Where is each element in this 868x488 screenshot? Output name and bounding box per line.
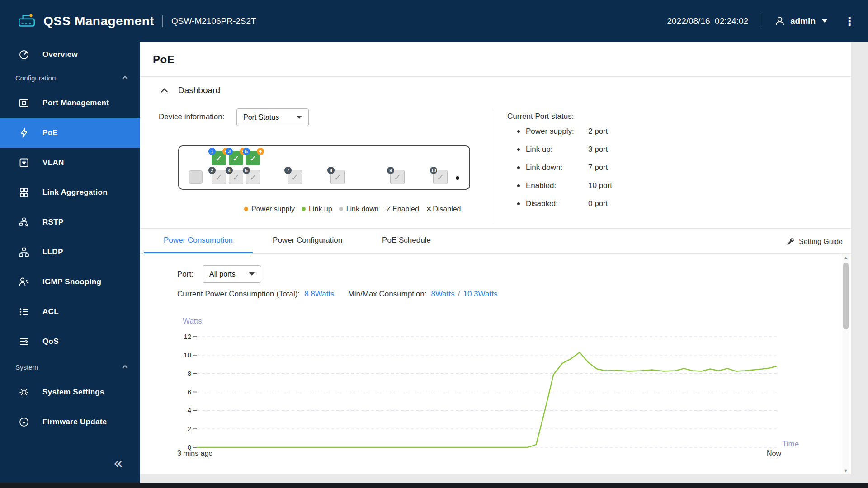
- sidebar-section-system[interactable]: System: [0, 357, 140, 377]
- legend-label: Link down: [346, 205, 379, 213]
- status-label: Enabled:: [526, 181, 588, 190]
- vertical-divider: [493, 110, 493, 222]
- chart-x-axis-label: Time: [782, 440, 799, 449]
- user-menu-button[interactable]: admin: [774, 15, 827, 27]
- port-select[interactable]: All ports: [203, 265, 261, 283]
- sidebar-item-acl[interactable]: ACL: [0, 297, 140, 327]
- sidebar-item-qos[interactable]: QoS: [0, 327, 140, 357]
- bullet-icon: [517, 130, 520, 133]
- tab-label: PoE Schedule: [382, 236, 431, 245]
- status-row: Link up: 3 port: [517, 141, 612, 159]
- green-dot-icon: [302, 207, 306, 211]
- sidebar-item-poe[interactable]: PoE: [0, 118, 140, 148]
- port-select-label: Port:: [177, 270, 193, 279]
- sidebar-item-port-management[interactable]: Port Management: [0, 88, 140, 118]
- sidebar-item-lldp[interactable]: LLDP: [0, 237, 140, 267]
- device-info-selected-value: Port Status: [243, 113, 292, 122]
- scroll-up-arrow[interactable]: ▲: [842, 254, 849, 261]
- sidebar-item-label: QoS: [42, 337, 59, 346]
- port-number-badge: 2: [208, 167, 216, 174]
- more-options-button[interactable]: ⋮: [844, 17, 855, 26]
- chevron-up-icon: [122, 74, 128, 82]
- enabled-check-icon: ✓: [291, 172, 298, 183]
- check-icon: ✓: [386, 205, 392, 213]
- topbar-divider: [762, 14, 762, 28]
- legend-label: Disabled: [433, 205, 461, 213]
- sidebar-item-firmware-update[interactable]: Firmware Update: [0, 407, 140, 437]
- port-number-badge: 1: [208, 148, 216, 155]
- min-consumption-value: 8Watts: [431, 290, 454, 299]
- sidebar-item-system-settings[interactable]: System Settings: [0, 377, 140, 407]
- sidebar-item-vlan[interactable]: VLAN: [0, 148, 140, 178]
- sidebar-item-label: PoE: [42, 128, 58, 137]
- enabled-check-icon: ✓: [215, 172, 222, 183]
- status-label: Power supply:: [526, 127, 588, 136]
- status-row: Power supply: 2 port: [517, 122, 612, 141]
- status-value: 10 port: [588, 181, 612, 190]
- sidebar-item-label: VLAN: [42, 158, 64, 167]
- sidebar-item-label: Firmware Update: [42, 418, 107, 427]
- sidebar-section-configuration[interactable]: Configuration: [0, 67, 140, 88]
- scrollbar-thumb[interactable]: [843, 263, 849, 329]
- total-consumption-value: 8.8Watts: [304, 290, 334, 299]
- poe-panel: PoE Dashboard Device information: Port S…: [140, 42, 851, 474]
- minmax-separator: /: [458, 290, 460, 299]
- chart-x-start-label: 3 mins ago: [177, 450, 212, 458]
- enabled-check-icon: ✓: [437, 172, 444, 183]
- dashboard-collapse-button[interactable]: [160, 87, 169, 95]
- gear-icon: [17, 386, 31, 398]
- status-label: Disabled:: [526, 199, 588, 208]
- sidebar-item-label: IGMP Snooping: [42, 277, 101, 286]
- port-number-badge: 8: [327, 167, 335, 174]
- sidebar-item-link-aggregation[interactable]: Link Aggregation: [0, 178, 140, 207]
- power-bolt-icon: [257, 148, 264, 155]
- link-aggregation-icon: [17, 187, 31, 198]
- legend-link-up: Link up: [302, 205, 332, 213]
- page-header: PoE: [140, 42, 851, 77]
- sidebar-item-rstp[interactable]: RSTP: [0, 207, 140, 237]
- collapse-sidebar-button[interactable]: «: [114, 455, 123, 469]
- port-2: 2 ✓: [212, 170, 226, 184]
- legend-link-down: Link down: [339, 205, 379, 213]
- svg-text:4: 4: [188, 406, 191, 414]
- vertical-scrollbar[interactable]: ▲ ▼: [842, 254, 849, 474]
- sidebar-item-igmp-snooping[interactable]: IGMP Snooping: [0, 267, 140, 297]
- sidebar-item-overview[interactable]: Overview: [0, 42, 140, 67]
- section-label: Configuration: [15, 74, 122, 82]
- system-datetime: 2022/08/16 02:24:02: [667, 16, 748, 26]
- status-row: Disabled: 0 port: [517, 195, 612, 213]
- app-title: QSS Management: [43, 14, 154, 28]
- port-number-badge: 9: [387, 167, 394, 174]
- port-status-list: Power supply: 2 port Link up: 3 port Lin…: [517, 122, 612, 213]
- legend-disabled: ✕ Disabled: [426, 205, 461, 213]
- gray-dot-icon: [339, 207, 343, 211]
- port-status-title: Current Port status:: [507, 112, 574, 121]
- status-value: 3 port: [588, 145, 608, 154]
- svg-text:10: 10: [184, 351, 191, 359]
- sidebar-item-label: ACL: [42, 307, 59, 316]
- device-info-label: Device information:: [159, 113, 225, 122]
- tab-poe-schedule[interactable]: PoE Schedule: [362, 229, 451, 253]
- device-model: QSW-M2106PR-2S2T: [171, 16, 256, 26]
- tab-power-consumption[interactable]: Power Consumption: [144, 229, 253, 253]
- port-7: 7 ✓: [288, 170, 302, 184]
- panel-dot: [456, 176, 459, 180]
- acl-icon: [17, 306, 31, 318]
- status-value: 0 port: [588, 199, 608, 208]
- bullet-icon: [517, 184, 520, 187]
- device-info-select[interactable]: Port Status: [236, 108, 309, 126]
- setting-guide-button[interactable]: Setting Guide: [786, 229, 843, 254]
- chevron-down-icon: [822, 19, 827, 23]
- port-blank: [189, 170, 203, 184]
- port-number-badge: 4: [226, 167, 233, 174]
- legend-label: Enabled: [392, 205, 419, 213]
- consumption-summary: Current Power Consumption (Total): 8.8Wa…: [177, 290, 497, 299]
- port-3: 3 ✓: [229, 151, 243, 165]
- vlan-icon: [17, 157, 31, 169]
- tab-power-configuration[interactable]: Power Configuration: [253, 229, 362, 253]
- bullet-icon: [517, 166, 520, 169]
- port-4: 4 ✓: [229, 170, 243, 184]
- scroll-down-arrow[interactable]: ▼: [842, 467, 849, 474]
- page-title: PoE: [153, 42, 175, 77]
- svg-text:12: 12: [184, 333, 191, 340]
